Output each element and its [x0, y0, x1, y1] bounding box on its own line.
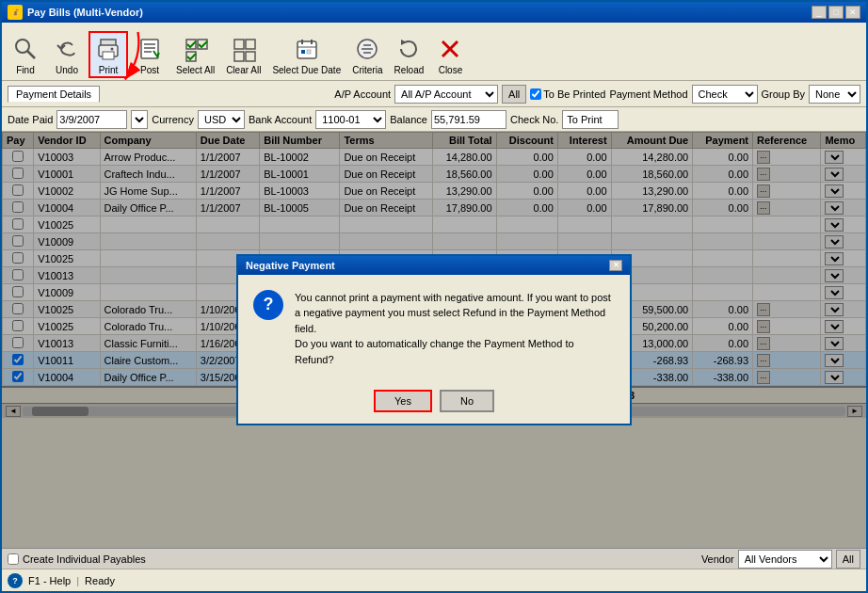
check-no-value: To Print [562, 110, 619, 129]
maximize-button[interactable]: □ [828, 6, 844, 19]
group-by-label: Group By [762, 88, 805, 100]
toolbar: Find Undo Print Post [2, 23, 866, 81]
currency-select[interactable]: USD [198, 110, 245, 129]
yes-button[interactable]: Yes [374, 390, 432, 412]
criteria-label: Criteria [352, 65, 382, 75]
clear-all-label: Clear All [226, 65, 261, 75]
select-due-date-label: Select Due Date [272, 65, 341, 75]
close-tool-icon [435, 34, 465, 64]
balance-label: Balance [390, 114, 427, 125]
modal-question-icon: ? [253, 290, 283, 320]
group-by-select[interactable]: None [809, 85, 860, 104]
ap-account-select[interactable]: All A/P Account [394, 85, 498, 104]
date-paid-input[interactable] [56, 110, 127, 129]
payment-details-tab[interactable]: Payment Details [8, 86, 100, 103]
create-individual-payables-label: Create Individual Payables [23, 553, 146, 565]
close-button[interactable]: ✕ [845, 6, 860, 19]
select-all-button[interactable]: Select All [171, 31, 219, 78]
svg-line-1 [27, 51, 35, 58]
undo-button[interactable]: Undo [47, 31, 87, 78]
modal-body: ? You cannot print a payment with negati… [238, 275, 630, 383]
svg-rect-19 [307, 50, 311, 54]
select-all-icon [181, 34, 211, 64]
post-label: Post [140, 65, 159, 75]
footer: Create Individual Payables Vendor All Ve… [2, 548, 866, 569]
svg-point-5 [111, 48, 114, 51]
print-label: Print [99, 65, 119, 75]
status-text: Ready [85, 575, 115, 586]
check-no-label: Check No. [510, 114, 558, 125]
svg-rect-18 [301, 50, 305, 54]
clear-all-icon [229, 34, 259, 64]
select-due-date-button[interactable]: Select Due Date [267, 31, 346, 78]
footer-right: Vendor All Vendors All [701, 550, 860, 569]
svg-rect-4 [103, 52, 114, 59]
modal-close-button[interactable]: ✕ [609, 260, 622, 271]
to-be-printed-label: To Be Printed [530, 88, 605, 100]
modal-buttons: Yes No [238, 382, 630, 424]
find-icon [10, 34, 40, 64]
clear-all-button[interactable]: Clear All [221, 31, 265, 78]
post-button[interactable]: Post [130, 31, 169, 78]
svg-rect-13 [246, 52, 255, 61]
payment-method-label: Payment Method [609, 88, 687, 100]
reload-label: Reload [394, 65, 425, 75]
svg-rect-11 [234, 52, 244, 61]
print-button[interactable]: Print [88, 31, 128, 78]
svg-marker-24 [401, 40, 407, 45]
reload-button[interactable]: Reload [389, 31, 428, 78]
negative-payment-dialog: Negative Payment ✕ ? You cannot print a … [236, 254, 632, 426]
criteria-button[interactable]: Criteria [347, 31, 387, 78]
title-bar: 💰 Pay Bills (Multi-Vendor) _ □ ✕ [2, 2, 866, 23]
modal-message: You cannot print a payment with negative… [295, 290, 615, 368]
select-all-label: Select All [176, 65, 215, 75]
reload-icon [394, 34, 424, 64]
svg-point-0 [16, 40, 29, 53]
vendor-select[interactable]: All Vendors [738, 550, 832, 569]
all-button[interactable]: All [502, 85, 526, 104]
minimize-button[interactable]: _ [812, 6, 827, 19]
payment-method-select[interactable]: Check [692, 85, 758, 104]
create-individual-payables-checkbox[interactable] [8, 553, 19, 565]
window-title: Pay Bills (Multi-Vendor) [27, 7, 143, 18]
status-indicator: ? [8, 573, 23, 588]
select-due-date-icon [292, 34, 322, 64]
find-label: Find [16, 65, 34, 75]
to-be-printed-checkbox[interactable] [530, 88, 541, 100]
date-paid-dropdown[interactable] [131, 110, 148, 129]
status-bar: ? F1 - Help | Ready [2, 569, 866, 591]
footer-left: Create Individual Payables [8, 553, 146, 565]
modal-title-text: Negative Payment [246, 260, 335, 271]
undo-label: Undo [56, 65, 78, 75]
ap-account-label: A/P Account [334, 88, 391, 100]
modal-title-bar: Negative Payment ✕ [238, 256, 630, 275]
svg-rect-12 [246, 40, 255, 49]
modal-overlay: Negative Payment ✕ ? You cannot print a … [2, 132, 866, 548]
vendor-all-button[interactable]: All [836, 550, 860, 569]
close-tool-button[interactable]: Close [430, 31, 470, 78]
bank-account-label: Bank Account [249, 114, 312, 125]
post-icon [135, 34, 165, 64]
filter-bar: Payment Details A/P Account All A/P Acco… [2, 81, 866, 107]
criteria-icon [352, 34, 382, 64]
main-window: 💰 Pay Bills (Multi-Vendor) _ □ ✕ Find Un… [0, 0, 868, 593]
undo-icon [52, 34, 82, 64]
close-tool-label: Close [439, 65, 463, 75]
print-icon [93, 34, 123, 64]
date-row: Date Paid Currency USD Bank Account 1100… [2, 107, 866, 132]
currency-label: Currency [152, 114, 194, 125]
vendor-label: Vendor [701, 553, 734, 565]
svg-rect-10 [234, 40, 244, 49]
bank-account-select[interactable]: 1100-01 [315, 110, 386, 129]
date-paid-label: Date Paid [8, 114, 53, 125]
no-button[interactable]: No [440, 390, 494, 412]
help-text: F1 - Help [28, 575, 71, 586]
balance-input[interactable] [431, 110, 506, 129]
app-icon: 💰 [8, 5, 23, 20]
find-button[interactable]: Find [6, 31, 45, 78]
